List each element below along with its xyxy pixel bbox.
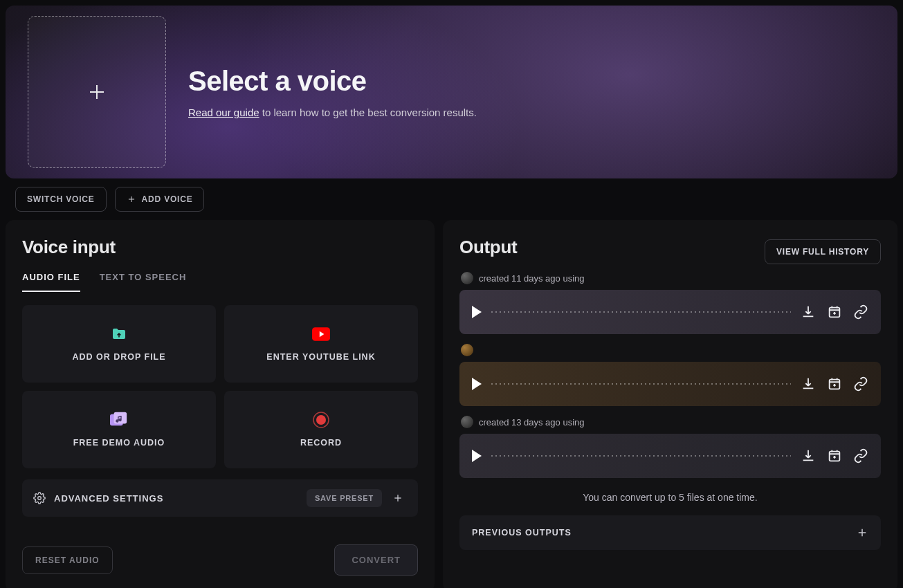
youtube-label: ENTER YOUTUBE LINK [266,352,375,362]
avatar [461,416,473,428]
download-icon[interactable] [801,304,816,320]
record-icon [312,412,330,428]
link-icon[interactable] [853,304,868,320]
conversion-hint: You can convert up to 5 files at one tim… [459,492,881,503]
add-file-card[interactable]: ADD OR DROP FILE [22,305,216,383]
reset-audio-button[interactable]: RESET AUDIO [22,546,113,574]
add-to-library-icon[interactable] [827,304,842,320]
add-to-library-icon[interactable] [827,376,842,392]
hero-subtitle: Read our guide to learn how to get the b… [188,107,477,118]
convert-button[interactable]: CONVERT [334,544,418,576]
plus-icon [127,194,136,204]
voice-input-title: Voice input [22,237,418,258]
avatar [461,344,473,356]
previous-outputs-label: PREVIOUS OUTPUTS [472,528,572,538]
demo-audio-label: FREE DEMO AUDIO [73,438,165,448]
download-icon[interactable] [801,448,816,463]
folder-upload-icon [110,326,128,342]
guide-text: to learn how to get the best conversion … [259,107,477,118]
play-button[interactable] [472,378,482,390]
tab-text-to-speech[interactable]: TEXT TO SPEECH [100,266,187,292]
audio-player [459,290,881,334]
hero-banner: Select a voice Read our guide to learn h… [6,6,897,178]
svg-rect-6 [114,412,127,424]
page-title: Select a voice [188,66,477,97]
advanced-settings-row[interactable]: ADVANCED SETTINGS SAVE PRESET [22,479,418,517]
waveform[interactable] [491,455,791,457]
voice-action-row: SWITCH VOICE ADD VOICE [15,187,897,212]
add-file-label: ADD OR DROP FILE [72,352,165,362]
view-full-history-button[interactable]: VIEW FULL HISTORY [765,239,881,264]
add-to-library-icon[interactable] [827,448,842,463]
guide-link[interactable]: Read our guide [188,107,259,118]
youtube-icon [312,326,330,342]
svg-point-8 [316,415,326,425]
demo-audio-card[interactable]: FREE DEMO AUDIO [22,391,216,468]
play-button[interactable] [472,450,482,462]
plus-icon [86,82,107,102]
play-button[interactable] [472,306,482,318]
advanced-settings-label: ADVANCED SETTINGS [54,493,163,504]
waveform[interactable] [491,311,791,313]
download-icon[interactable] [801,376,816,392]
tab-audio-file[interactable]: AUDIO FILE [22,266,80,292]
record-card[interactable]: RECORD [224,391,418,468]
voice-input-panel: Voice input AUDIO FILE TEXT TO SPEECH AD… [6,220,435,588]
plus-icon [392,493,403,504]
output-item: created 11 days ago using [459,272,881,334]
plus-icon [856,526,868,539]
gear-icon [33,492,46,504]
previous-outputs-toggle[interactable]: PREVIOUS OUTPUTS [459,515,881,550]
add-voice-button[interactable]: ADD VOICE [115,187,205,212]
switch-voice-label: SWITCH VOICE [27,194,95,204]
audio-player [459,434,881,478]
output-item: created 13 days ago using [459,416,881,478]
music-note-icon [110,412,128,428]
output-item [459,344,881,406]
input-tabs: AUDIO FILE TEXT TO SPEECH [22,266,418,293]
switch-voice-button[interactable]: SWITCH VOICE [15,187,107,212]
save-preset-button[interactable]: SAVE PRESET [307,489,382,507]
avatar [461,272,473,284]
output-meta-text: created 13 days ago using [479,417,585,428]
youtube-card[interactable]: ENTER YOUTUBE LINK [224,305,418,383]
output-panel: Output VIEW FULL HISTORY created 11 days… [443,220,897,588]
output-title: Output [459,237,517,258]
audio-player [459,362,881,406]
waveform[interactable] [491,383,791,385]
add-voice-label: ADD VOICE [142,194,193,204]
output-meta-text: created 11 days ago using [479,273,585,284]
add-preset-button[interactable] [389,489,407,507]
add-voice-dropzone[interactable] [28,16,166,168]
record-label: RECORD [300,438,342,448]
svg-point-9 [38,497,42,500]
hero-text: Select a voice Read our guide to learn h… [188,66,477,118]
link-icon[interactable] [853,448,868,463]
link-icon[interactable] [853,376,868,392]
